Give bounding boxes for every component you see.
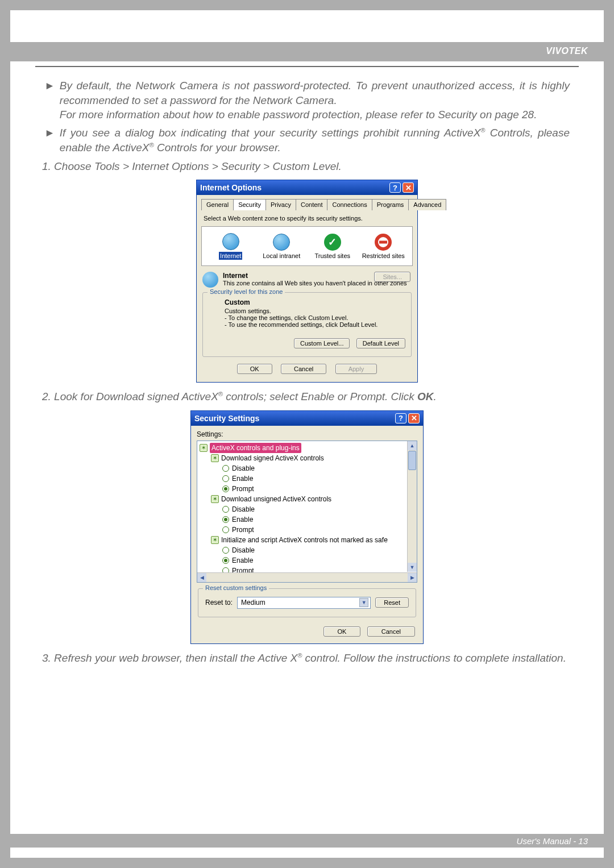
triangle-icon: ►: [44, 126, 55, 155]
close-icon[interactable]: ✕: [408, 413, 420, 423]
fieldset-legend: Reset custom settings: [203, 584, 269, 591]
tab-general[interactable]: General: [201, 199, 234, 210]
no-entry-icon: [375, 234, 392, 251]
dialog-title: Internet Options: [200, 183, 262, 192]
horizontal-scrollbar[interactable]: ◀ ▶: [197, 572, 417, 582]
group-activex-plugins[interactable]: ✶ ActiveX controls and plug-ins: [200, 443, 417, 453]
registered-icon: ®: [218, 391, 223, 397]
header-bar: VIVOTEK: [10, 42, 604, 61]
radio-enable[interactable]: Enable: [222, 474, 417, 484]
tab-connections[interactable]: Connections: [327, 199, 372, 210]
radio-disable[interactable]: Disable: [222, 463, 417, 474]
radio-enable[interactable]: Enable: [222, 555, 417, 566]
reset-to-select[interactable]: Medium ▼: [237, 597, 371, 609]
note-1b: For more information about how to enable…: [60, 109, 537, 121]
globe-icon: [202, 272, 218, 288]
help-icon[interactable]: ?: [395, 413, 406, 423]
zone-local-intranet[interactable]: Local intranet: [259, 234, 304, 259]
note-2: ► If you see a dialog box indicating tha…: [44, 126, 570, 155]
gear-icon: ✶: [200, 444, 208, 452]
dialog-title: Security Settings: [194, 414, 259, 423]
content: ► By default, the Network Camera is not …: [44, 78, 570, 671]
fieldset-legend: Security level for this zone: [208, 288, 285, 295]
radio-prompt[interactable]: Prompt: [222, 525, 417, 535]
zone-label: Trusted sites: [314, 252, 350, 259]
footer-bar: User's Manual - 13: [10, 834, 604, 848]
note-2c: Controls for your browser.: [154, 142, 281, 153]
zone-restricted-sites[interactable]: Restricted sites: [361, 234, 405, 259]
zone-label: Local intranet: [263, 252, 300, 259]
tab-strip: General Security Privacy Content Connect…: [201, 198, 413, 210]
header-rule: [35, 66, 579, 67]
group-download-signed[interactable]: ✶ Download signed ActiveX controls: [211, 453, 417, 463]
radio-disable[interactable]: Disable: [222, 504, 417, 514]
ok-button[interactable]: OK: [237, 364, 272, 374]
scrollbar-thumb[interactable]: [408, 451, 416, 470]
tab-programs[interactable]: Programs: [372, 199, 409, 210]
vertical-scrollbar[interactable]: ▲ ▼: [407, 441, 417, 572]
apply-button[interactable]: Apply: [335, 364, 377, 374]
gear-icon: ✶: [211, 536, 219, 544]
page-number: User's Manual - 13: [517, 836, 588, 846]
settings-tree[interactable]: ✶ ActiveX controls and plug-ins ✶ Downlo…: [197, 441, 417, 583]
gear-icon: ✶: [211, 454, 219, 462]
chevron-right-icon[interactable]: ▶: [408, 573, 417, 582]
sites-button[interactable]: Sites...: [374, 272, 410, 282]
reset-fieldset: Reset custom settings Reset to: Medium ▼…: [198, 588, 416, 617]
security-settings-dialog: Security Settings ? ✕ Settings: ✶ Active…: [190, 410, 424, 644]
note-1a: By default, the Network Camera is not pa…: [60, 80, 570, 106]
tab-content[interactable]: Content: [296, 199, 328, 210]
triangle-icon: ►: [44, 78, 55, 122]
tab-advanced[interactable]: Advanced: [408, 199, 446, 210]
zone-trusted-sites[interactable]: Trusted sites: [310, 234, 355, 259]
step-2: 2. Look for Download signed ActiveX® con…: [42, 391, 570, 403]
radio-enable[interactable]: Enable: [222, 514, 417, 525]
custom-heading: Custom: [225, 298, 401, 306]
default-level-button[interactable]: Default Level: [356, 338, 405, 348]
zone-label: Internet: [219, 252, 242, 260]
dialog-titlebar[interactable]: Security Settings ? ✕: [191, 411, 423, 426]
globe-icon: [273, 234, 290, 251]
radio-disable[interactable]: Disable: [222, 545, 417, 555]
reset-to-label: Reset to:: [205, 599, 233, 607]
custom-level-button[interactable]: Custom Level...: [294, 338, 350, 348]
custom-line: - To change the settings, click Custom L…: [225, 314, 401, 321]
chevron-up-icon[interactable]: ▲: [408, 441, 417, 450]
internet-options-dialog: Internet Options ? ✕ General Security Pr…: [196, 180, 418, 383]
reset-button[interactable]: Reset: [375, 597, 409, 608]
security-level-fieldset: Security level for this zone Custom Cust…: [202, 292, 412, 357]
chevron-down-icon[interactable]: ▼: [408, 563, 417, 572]
reset-selected: Medium: [241, 599, 265, 607]
brand-text: VIVOTEK: [546, 46, 588, 56]
settings-label: Settings:: [197, 430, 417, 438]
step-1: 1. Choose Tools > Internet Options > Sec…: [42, 160, 570, 173]
chevron-down-icon[interactable]: ▼: [359, 598, 368, 607]
close-icon[interactable]: ✕: [403, 182, 414, 193]
note-2a: If you see a dialog box indicating that …: [60, 127, 481, 139]
zone-label: Restricted sites: [362, 252, 405, 259]
note-1: ► By default, the Network Camera is not …: [44, 78, 570, 122]
tab-security[interactable]: Security: [233, 199, 266, 210]
dialog-titlebar[interactable]: Internet Options ? ✕: [197, 180, 417, 195]
zone-description: Select a Web content zone to specify its…: [204, 215, 410, 222]
group-download-unsigned[interactable]: ✶ Download unsigned ActiveX controls: [211, 494, 417, 504]
zone-picker: Internet Local intranet Trusted sites: [201, 226, 413, 266]
custom-line: Custom settings.: [225, 308, 401, 314]
step-3: 3. Refresh your web browser, then instal…: [42, 652, 570, 665]
zone-internet[interactable]: Internet: [209, 233, 253, 260]
group-init-script[interactable]: ✶ Initialize and script ActiveX controls…: [211, 535, 417, 545]
cancel-button[interactable]: Cancel: [367, 626, 415, 637]
globe-icon: [222, 233, 239, 250]
help-icon[interactable]: ?: [389, 182, 401, 193]
tab-privacy[interactable]: Privacy: [265, 199, 296, 210]
registered-icon: ®: [150, 141, 154, 148]
ok-button[interactable]: OK: [323, 626, 361, 637]
custom-line: - To use the recommended settings, click…: [225, 321, 401, 328]
chevron-left-icon[interactable]: ◀: [197, 573, 206, 582]
radio-prompt[interactable]: Prompt: [222, 484, 417, 494]
page: VIVOTEK ► By default, the Network Camera…: [10, 10, 604, 858]
cancel-button[interactable]: Cancel: [281, 364, 326, 374]
check-icon: [324, 234, 341, 251]
gear-icon: ✶: [211, 495, 219, 503]
